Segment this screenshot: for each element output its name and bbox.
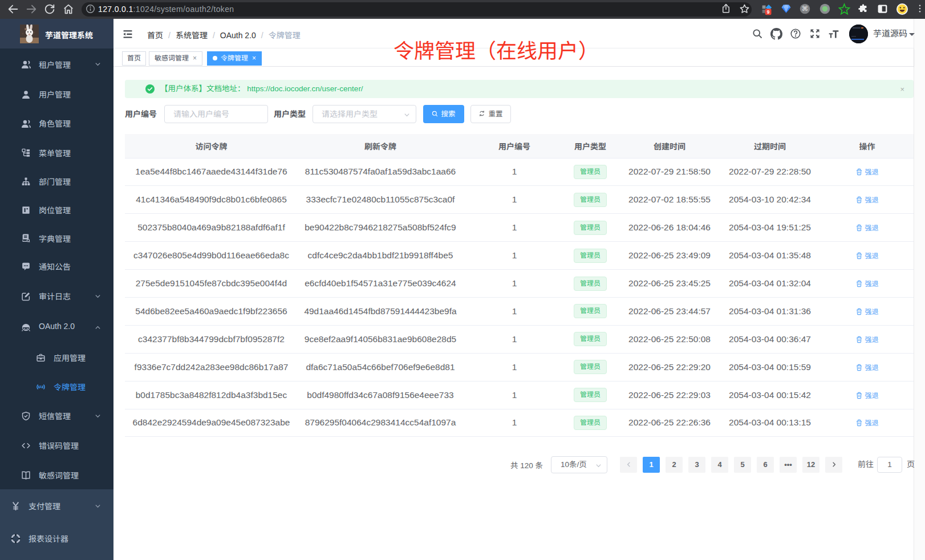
svg-text:⌘: ⌘ (802, 5, 808, 12)
svg-text:9: 9 (767, 9, 770, 15)
svg-text:A: A (39, 385, 42, 389)
